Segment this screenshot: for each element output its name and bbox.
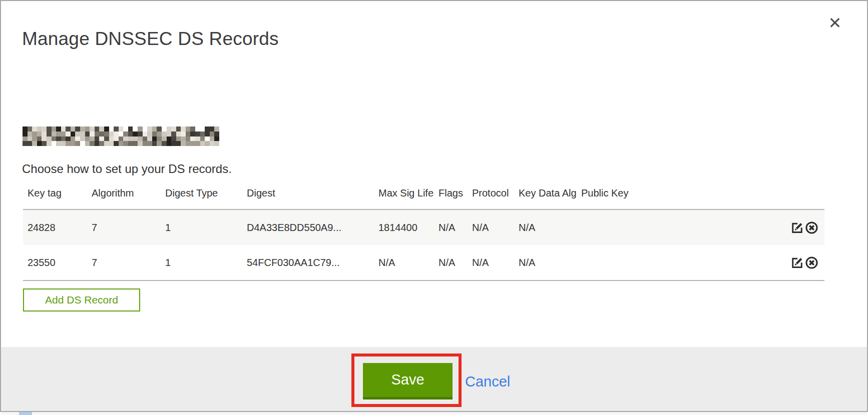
cell-key-tag: 24828 — [23, 210, 92, 245]
cell-digest: D4A33E8DD550A9... — [247, 210, 378, 245]
cell-algorithm: 7 — [92, 245, 165, 280]
add-ds-record-button[interactable]: Add DS Record — [23, 288, 140, 312]
col-key-data-alg: Key Data Alg — [519, 182, 581, 210]
col-public-key: Public Key — [581, 182, 779, 210]
cell-public-key — [581, 245, 779, 280]
cell-max-sig-life: 1814400 — [378, 210, 439, 245]
table-row: 23550 7 1 54FCF030AA1C79... N/A N/A N/A … — [23, 245, 824, 280]
cell-flags: N/A — [439, 245, 472, 280]
col-actions — [779, 182, 824, 210]
cell-protocol: N/A — [472, 245, 519, 280]
cell-flags: N/A — [439, 210, 472, 245]
cell-algorithm: 7 — [92, 210, 165, 245]
page-behind-element — [19, 412, 32, 415]
cell-key-data-alg: N/A — [519, 245, 581, 280]
edit-ds-record-icon[interactable] — [790, 221, 804, 234]
col-digest-type: Digest Type — [165, 182, 247, 210]
col-max-sig-life: Max Sig Life — [378, 182, 439, 210]
instruction-text: Choose how to set up your DS records. — [22, 162, 232, 176]
cell-digest: 54FCF030AA1C79... — [247, 245, 378, 280]
cell-digest-type: 1 — [165, 210, 247, 245]
page-behind-modal — [1, 412, 867, 415]
cell-public-key — [581, 210, 779, 245]
col-key-tag: Key tag — [23, 182, 92, 210]
cell-protocol: N/A — [472, 210, 519, 245]
col-digest: Digest — [247, 182, 378, 210]
col-protocol: Protocol — [472, 182, 519, 210]
cell-max-sig-life: N/A — [378, 245, 439, 280]
cell-actions — [779, 245, 824, 280]
delete-ds-record-icon[interactable] — [805, 256, 818, 270]
manage-dnssec-modal: Manage DNSSEC DS Records ✕ Choose how to… — [0, 0, 868, 412]
ds-records-table: Key tag Algorithm Digest Type Digest Max… — [23, 182, 824, 281]
cell-actions — [779, 210, 824, 245]
cell-key-tag: 23550 — [23, 245, 92, 280]
table-row: 24828 7 1 D4A33E8DD550A9... 1814400 N/A … — [23, 210, 824, 245]
edit-ds-record-icon[interactable] — [790, 256, 804, 270]
close-icon[interactable]: ✕ — [824, 12, 846, 34]
col-flags: Flags — [439, 182, 472, 210]
delete-ds-record-icon[interactable] — [805, 221, 818, 234]
modal-title: Manage DNSSEC DS Records — [22, 28, 279, 50]
col-algorithm: Algorithm — [92, 182, 165, 210]
table-header-row: Key tag Algorithm Digest Type Digest Max… — [23, 182, 824, 210]
screenshot-canvas: Manage DNSSEC DS Records ✕ Choose how to… — [0, 0, 868, 415]
cell-digest-type: 1 — [165, 245, 247, 280]
save-button[interactable]: Save — [363, 363, 453, 400]
redacted-domain-name — [23, 126, 219, 146]
cell-key-data-alg: N/A — [519, 210, 581, 245]
cancel-link[interactable]: Cancel — [465, 374, 510, 390]
